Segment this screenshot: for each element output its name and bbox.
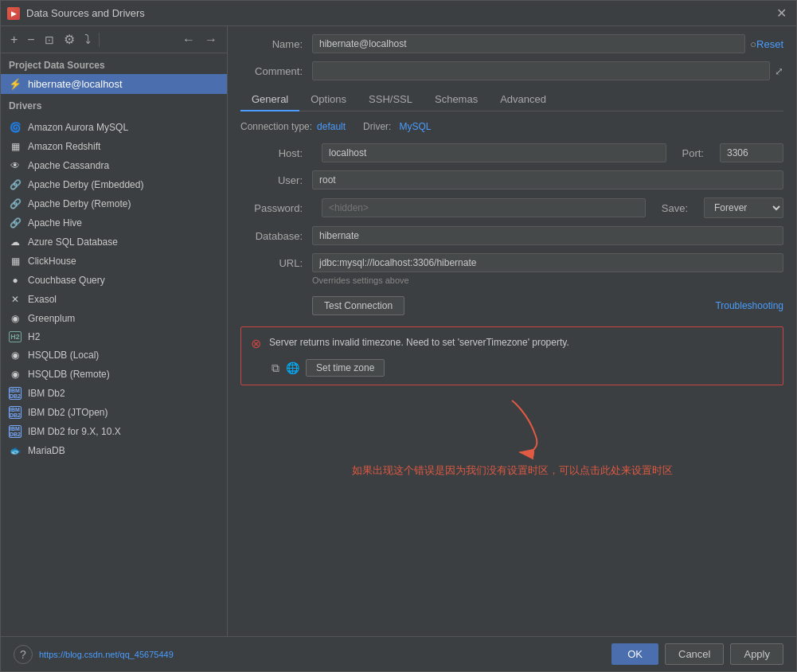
- driver-label: Driver:: [363, 121, 391, 132]
- datasource-icon: ⚡: [9, 78, 21, 90]
- driver-derby-emb-label: Apache Derby (Embedded): [28, 179, 143, 190]
- csdn-link[interactable]: https://blog.csdn.net/qq_45675449: [39, 650, 174, 659]
- connection-type-value[interactable]: default: [317, 121, 346, 132]
- driver-greenplum-label: Greenplum: [28, 313, 75, 324]
- name-label: Name:: [240, 38, 312, 50]
- driver-mariadb-icon: 🐟: [9, 444, 21, 457]
- comment-label: Comment:: [240, 65, 312, 77]
- driver-greenplum[interactable]: ◉ Greenplum: [1, 309, 227, 328]
- ok-button[interactable]: OK: [611, 643, 658, 665]
- driver-couchbase[interactable]: ● Couchbase Query: [1, 271, 227, 290]
- host-label: Host:: [240, 147, 312, 159]
- user-label: User:: [240, 174, 312, 186]
- password-label: Password:: [240, 202, 312, 214]
- driver-amazon-aurora[interactable]: 🌀 Amazon Aurora MySQL: [1, 118, 227, 137]
- user-input[interactable]: [312, 170, 783, 189]
- driver-apache-hive[interactable]: 🔗 Apache Hive: [1, 213, 227, 232]
- driver-hsqldb-local-icon: ◉: [9, 349, 21, 361]
- import-button[interactable]: ⤵: [81, 31, 94, 49]
- driver-exasol-icon: ✕: [9, 293, 21, 306]
- host-port-row: Host: Port:: [240, 143, 783, 162]
- password-input[interactable]: [322, 198, 646, 217]
- remove-button[interactable]: −: [24, 31, 37, 49]
- driver-h2[interactable]: H2 H2: [1, 328, 227, 346]
- help-button[interactable]: ?: [14, 645, 33, 664]
- driver-mariadb[interactable]: 🐟 MariaDB: [1, 441, 227, 460]
- driver-cassandra-icon: 👁: [9, 159, 21, 172]
- error-box: ⊗ Server returns invalid timezone. Need …: [240, 326, 783, 385]
- apply-button[interactable]: Apply: [730, 643, 783, 665]
- expand-icon[interactable]: ⤢: [775, 65, 783, 77]
- driver-amazon-redshift[interactable]: ▦ Amazon Redshift: [1, 137, 227, 156]
- troubleshooting-link[interactable]: Troubleshooting: [715, 300, 783, 311]
- comment-row: Comment: ⤢: [240, 61, 783, 80]
- driver-hsqldb-local-label: HSQLDB (Local): [28, 350, 99, 361]
- driver-hsqldb-remote-icon: ◉: [9, 368, 21, 381]
- copy-icon[interactable]: ⧉: [272, 361, 279, 375]
- driver-hsqldb-local[interactable]: ◉ HSQLDB (Local): [1, 346, 227, 365]
- reset-button[interactable]: Reset: [756, 38, 783, 50]
- save-select[interactable]: Forever Until restart Never: [704, 197, 783, 218]
- tab-general[interactable]: General: [240, 88, 299, 111]
- driver-clickhouse-label: ClickHouse: [28, 256, 76, 267]
- globe-icon[interactable]: 🌐: [286, 361, 299, 374]
- driver-h2-icon: H2: [9, 331, 21, 342]
- settings-button[interactable]: ⚙: [61, 30, 78, 49]
- driver-redshift-label: Amazon Redshift: [28, 141, 100, 152]
- driver-aurora-label: Amazon Aurora MySQL: [28, 122, 128, 133]
- cancel-button[interactable]: Cancel: [665, 643, 724, 665]
- tab-advanced[interactable]: Advanced: [489, 88, 557, 111]
- tabs-bar: General Options SSH/SSL Schemas Advanced: [240, 88, 783, 111]
- annotation-text: 如果出现这个错误是因为我们没有设置时区，可以点击此处来设置时区: [240, 463, 783, 478]
- error-actions: ⧉ 🌐 Set time zone: [251, 359, 773, 377]
- driver-exasol[interactable]: ✕ Exasol: [1, 290, 227, 309]
- datasource-item-hibernate[interactable]: ⚡ hibernate@localhost: [1, 74, 227, 94]
- set-timezone-button[interactable]: Set time zone: [306, 359, 385, 377]
- close-button[interactable]: ✕: [773, 6, 790, 21]
- copy-button[interactable]: ⊡: [41, 32, 57, 48]
- add-button[interactable]: +: [7, 31, 21, 49]
- driver-hsqldb-remote-label: HSQLDB (Remote): [28, 369, 110, 380]
- tab-schemas[interactable]: Schemas: [424, 88, 489, 111]
- driver-clickhouse[interactable]: ▦ ClickHouse: [1, 252, 227, 271]
- drivers-list: 🌀 Amazon Aurora MySQL ▦ Amazon Redshift …: [1, 115, 227, 636]
- forward-button[interactable]: →: [201, 31, 221, 49]
- connection-type-row: Connection type: default Driver: MySQL: [240, 121, 783, 132]
- database-input[interactable]: [312, 226, 783, 245]
- host-input[interactable]: [322, 143, 666, 162]
- comment-input[interactable]: [312, 61, 770, 80]
- password-row: Password: Save: Forever Until restart Ne…: [240, 197, 783, 218]
- driver-cassandra-label: Apache Cassandra: [28, 160, 109, 171]
- test-connection-button[interactable]: Test Connection: [312, 296, 404, 315]
- driver-ibm-jtopen-icon: IBM DB2: [9, 406, 21, 419]
- save-label: Save:: [655, 202, 694, 214]
- driver-azure-icon: ☁: [9, 236, 21, 248]
- project-datasources-label: Project Data Sources: [1, 53, 227, 74]
- driver-apache-derby-embedded[interactable]: 🔗 Apache Derby (Embedded): [1, 175, 227, 194]
- driver-exasol-label: Exasol: [28, 294, 57, 305]
- url-input[interactable]: [312, 253, 783, 272]
- driver-azure-sql[interactable]: ☁ Azure SQL Database: [1, 232, 227, 252]
- right-panel: Name: ○ Reset Comment: ⤢ General Options…: [228, 26, 796, 636]
- driver-hsqldb-remote[interactable]: ◉ HSQLDB (Remote): [1, 365, 227, 384]
- driver-ibm-db2[interactable]: IBM DB2 IBM Db2: [1, 384, 227, 403]
- user-row: User:: [240, 170, 783, 189]
- tab-options[interactable]: Options: [299, 88, 357, 111]
- main-window: ▶ Data Sources and Drivers ✕ + − ⊡ ⚙ ⤵ ←…: [0, 0, 797, 672]
- driver-ibm-db2-9x[interactable]: IBM DB2 IBM Db2 for 9.X, 10.X: [1, 422, 227, 441]
- driver-value[interactable]: MySQL: [399, 121, 431, 132]
- tab-ssh-ssl[interactable]: SSH/SSL: [357, 88, 424, 111]
- port-input[interactable]: [720, 143, 783, 162]
- driver-apache-cassandra[interactable]: 👁 Apache Cassandra: [1, 156, 227, 175]
- driver-apache-derby-remote[interactable]: 🔗 Apache Derby (Remote): [1, 194, 227, 213]
- toolbar-separator: [99, 33, 100, 47]
- driver-ibm-db2-jtopen[interactable]: IBM DB2 IBM Db2 (JTOpen): [1, 403, 227, 422]
- name-input[interactable]: [312, 34, 745, 53]
- test-connection-area: Test Connection Troubleshooting: [312, 296, 783, 315]
- driver-h2-label: H2: [28, 331, 40, 342]
- driver-ibm-9x-icon: IBM DB2: [9, 425, 21, 438]
- error-message: Server returns invalid timezone. Need to…: [269, 335, 773, 350]
- name-row: Name: ○ Reset: [240, 34, 783, 53]
- driver-greenplum-icon: ◉: [9, 312, 21, 325]
- back-button[interactable]: ←: [179, 31, 198, 49]
